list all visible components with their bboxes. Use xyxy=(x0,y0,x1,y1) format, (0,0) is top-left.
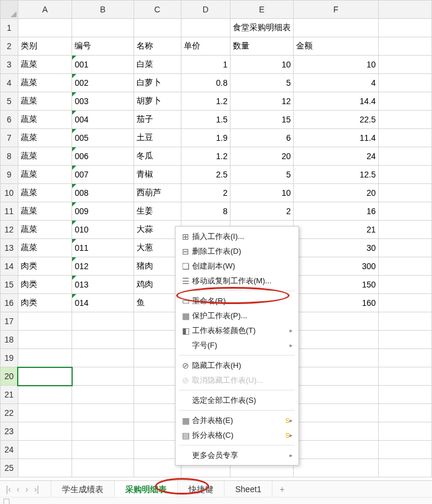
cell[interactable] xyxy=(294,312,379,331)
cell[interactable] xyxy=(18,404,72,422)
cell-title[interactable]: 食堂采购明细表 xyxy=(230,19,294,37)
cell[interactable] xyxy=(18,441,72,459)
cell[interactable] xyxy=(378,37,431,56)
cell[interactable]: 蔬菜 xyxy=(18,221,72,239)
row-header[interactable]: 8 xyxy=(1,147,18,166)
cell[interactable]: 蔬菜 xyxy=(18,184,72,202)
menu-move-sheet[interactable]: ☰移动或复制工作表(M)... xyxy=(176,273,298,288)
cell[interactable] xyxy=(134,441,181,459)
tab-nav-last[interactable]: ›| xyxy=(34,484,39,494)
cell[interactable] xyxy=(134,349,181,367)
cell[interactable] xyxy=(134,331,181,349)
row-header[interactable]: 18 xyxy=(1,331,18,349)
tab-nav-prev[interactable]: ‹ xyxy=(17,484,20,494)
cell[interactable]: 胡萝卜 xyxy=(134,92,181,111)
cell[interactable] xyxy=(72,19,134,37)
select-all-corner[interactable] xyxy=(1,1,18,19)
cell[interactable] xyxy=(134,367,181,386)
cell[interactable]: 蔬菜 xyxy=(18,111,72,129)
cell[interactable]: 001 xyxy=(72,56,134,74)
cell[interactable] xyxy=(18,331,72,349)
cell[interactable] xyxy=(378,221,431,239)
sheet-tab-students[interactable]: 学生成绩表 xyxy=(51,481,115,497)
cell[interactable]: 蔬菜 xyxy=(18,147,72,166)
cell[interactable] xyxy=(72,459,134,477)
cell[interactable] xyxy=(378,367,431,386)
cell[interactable]: 蔬菜 xyxy=(18,202,72,221)
cell[interactable] xyxy=(378,422,431,441)
cell[interactable]: 蔬菜 xyxy=(18,74,72,92)
menu-tab-color[interactable]: ◧工作表标签颜色(T)▸ xyxy=(176,323,298,338)
cell[interactable] xyxy=(72,441,134,459)
cell[interactable] xyxy=(72,312,134,331)
cell[interactable]: 006 xyxy=(72,147,134,166)
cell[interactable] xyxy=(134,404,181,422)
cell[interactable]: 生姜 xyxy=(134,202,181,221)
cell[interactable]: 冬瓜 xyxy=(134,147,181,166)
menu-delete-sheet[interactable]: ⊟删除工作表(D) xyxy=(176,244,298,259)
cell[interactable] xyxy=(378,202,431,221)
row-header[interactable]: 4 xyxy=(1,74,18,92)
cell[interactable]: 10 xyxy=(230,184,294,202)
row-header[interactable]: 16 xyxy=(1,294,18,312)
cell[interactable]: 20 xyxy=(230,147,294,166)
cell[interactable]: 2.5 xyxy=(181,166,230,184)
cell[interactable] xyxy=(294,331,379,349)
cell[interactable]: 011 xyxy=(72,239,134,257)
cell[interactable] xyxy=(134,386,181,404)
cell[interactable] xyxy=(378,276,431,294)
cell[interactable]: 160 xyxy=(294,294,379,312)
cell[interactable]: 蔬菜 xyxy=(18,56,72,74)
row-header[interactable]: 10 xyxy=(1,184,18,202)
cell[interactable]: 5 xyxy=(230,166,294,184)
cell[interactable]: 007 xyxy=(72,166,134,184)
menu-font-size[interactable]: 字号(F)▸ xyxy=(176,338,298,353)
row-header[interactable]: 20 xyxy=(1,367,18,386)
cell[interactable]: 大葱 xyxy=(134,239,181,257)
cell[interactable]: 008 xyxy=(72,184,134,202)
cell[interactable]: 004 xyxy=(72,111,134,129)
sheet-tab-purchase[interactable]: 采购明细表 xyxy=(114,481,178,497)
cell-header[interactable]: 类别 xyxy=(18,37,72,56)
cell[interactable]: 0.8 xyxy=(181,74,230,92)
cell-header[interactable]: 编号 xyxy=(72,37,134,56)
cell[interactable] xyxy=(378,331,431,349)
cell[interactable]: 1.2 xyxy=(181,147,230,166)
cell[interactable] xyxy=(294,367,379,386)
cell[interactable]: 1.2 xyxy=(181,92,230,111)
cell[interactable]: 6 xyxy=(230,129,294,147)
cell[interactable]: 010 xyxy=(72,221,134,239)
cell[interactable] xyxy=(378,459,431,477)
sheet-tab-shortcuts[interactable]: 快捷键 xyxy=(177,481,225,497)
cell[interactable]: 西葫芦 xyxy=(134,184,181,202)
cell[interactable]: 013 xyxy=(72,276,134,294)
cell[interactable] xyxy=(294,386,379,404)
cell[interactable]: 22.5 xyxy=(294,111,379,129)
menu-protect-sheet[interactable]: ▦保护工作表(P)... xyxy=(176,308,298,323)
sheet-tab-sheet1[interactable]: Sheet1 xyxy=(224,481,272,497)
row-header[interactable]: 17 xyxy=(1,312,18,331)
cell[interactable] xyxy=(18,19,72,37)
col-header-overflow[interactable] xyxy=(378,1,431,19)
cell-header[interactable]: 单价 xyxy=(181,37,230,56)
cell[interactable] xyxy=(378,147,431,166)
menu-merge-tables[interactable]: ▦合并表格(E)S▸ xyxy=(176,413,298,428)
cell[interactable]: 鸡肉 xyxy=(134,276,181,294)
cell[interactable] xyxy=(134,422,181,441)
cell[interactable]: 蔬菜 xyxy=(18,166,72,184)
cell-header[interactable]: 金额 xyxy=(294,37,379,56)
cell[interactable] xyxy=(378,386,431,404)
cell[interactable] xyxy=(72,404,134,422)
cell[interactable]: 24 xyxy=(294,147,379,166)
cell[interactable] xyxy=(378,166,431,184)
cell[interactable]: 大蒜 xyxy=(134,221,181,239)
cell[interactable]: 白萝卜 xyxy=(134,74,181,92)
cell[interactable]: 2 xyxy=(230,202,294,221)
row-header[interactable]: 11 xyxy=(1,202,18,221)
cell[interactable]: 肉类 xyxy=(18,257,72,276)
menu-insert-sheet[interactable]: ⊞插入工作表(I)... xyxy=(176,229,298,244)
row-header[interactable]: 6 xyxy=(1,111,18,129)
cell[interactable] xyxy=(378,294,431,312)
cell[interactable] xyxy=(378,349,431,367)
col-header-A[interactable]: A xyxy=(18,1,72,19)
